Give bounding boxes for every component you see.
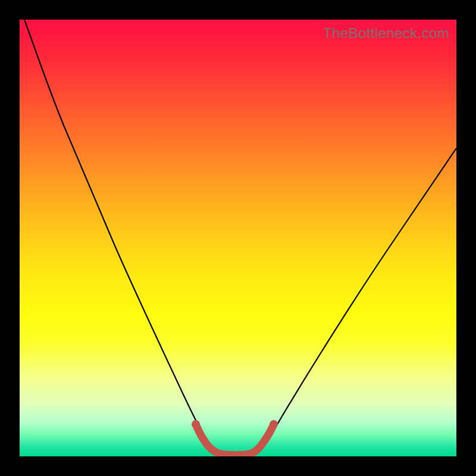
chart-frame: TheBottleneck.com bbox=[0, 0, 476, 476]
band-end-dot-left bbox=[192, 420, 200, 428]
bottleneck-curve bbox=[24, 20, 456, 455]
plot-area: TheBottleneck.com bbox=[20, 20, 456, 456]
band-end-dot-right bbox=[270, 420, 278, 428]
optimal-band-marker bbox=[196, 424, 274, 455]
chart-svg bbox=[20, 20, 456, 456]
